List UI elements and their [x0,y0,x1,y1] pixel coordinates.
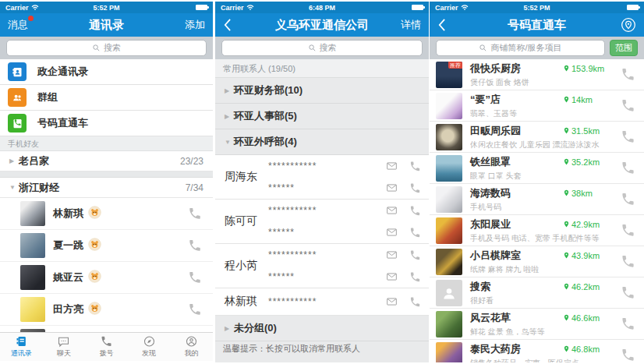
phone-icon[interactable] [409,182,421,194]
contact-row[interactable]: 田方亮 [0,294,213,326]
phone-icon[interactable] [409,227,421,239]
mail-icon[interactable] [385,227,398,238]
shop-row[interactable]: 铁丝眼罩 35.2km 眼罩 口罩 头套 [430,153,644,184]
mail-icon[interactable] [385,182,398,193]
sidebar-item-number-express[interactable]: 号码直通车 [0,111,213,136]
tab-contacts[interactable]: 通讯录 [0,333,43,361]
avatar [20,297,45,322]
sidebar-item-groups[interactable]: 群组 [0,85,213,111]
search-icon [308,44,317,52]
phone-icon[interactable] [621,67,635,82]
divider [0,171,213,178]
contact-row[interactable]: 姚亚云 [0,262,213,294]
shop-thumbnail [436,186,462,213]
shop-thumbnail [436,342,462,363]
group-row-hr[interactable]: ▶ 环亚人事部(5) [215,104,429,129]
phone-icon[interactable] [621,98,635,113]
company-contact[interactable]: 陈可可 *********** ****** [215,200,429,244]
contact-row[interactable]: 夏一跳 [0,230,213,262]
phone-icon[interactable] [621,348,635,362]
compass-icon [143,335,156,348]
phone-icon[interactable] [188,302,202,316]
pin-icon [563,126,570,135]
group-row-finance[interactable]: ▶ 环亚财务部(10) [215,78,429,104]
tab-me[interactable]: 我的 [170,333,213,361]
mail-icon[interactable] [385,249,398,260]
detail-button[interactable]: 详情 [401,18,421,32]
shop-row[interactable]: 东阳展业 42.9km 手机及号码 电话、宽带 手机配件等等 [430,215,644,246]
phone-icon[interactable] [621,161,635,175]
search-input[interactable]: 搜索 [221,40,423,56]
masked-number-row: *********** [268,155,421,177]
search-input[interactable]: 商铺简称/服务项目 [436,40,605,56]
back-icon[interactable] [223,18,232,32]
shop-thumbnail [436,155,462,182]
distance: 46.2km [563,282,614,292]
distance: 46.6km [563,313,614,323]
location-icon[interactable] [621,17,636,33]
shop-row[interactable]: 推荐 很快乐厨房 153.9km 煲仔饭 面食 烙饼 [430,59,644,90]
group-row-outbound[interactable]: ▼ 环亚外呼部(4) [215,129,429,155]
tab-dial[interactable]: 拨号 [85,333,128,361]
shop-row[interactable]: 泰民大药房 46.8km 销售各种药品，实惠，医保定点 [430,340,644,362]
group-row-laolvjia[interactable]: ▶ 老吕家 23/23 [0,151,213,171]
add-button[interactable]: 添加 [185,18,205,32]
contact-row[interactable]: 林新琪 [0,198,213,230]
chevron-right-icon: ▶ [225,325,234,332]
masked-number-row: ****** [268,266,421,288]
pin-icon [563,251,570,260]
company-contact[interactable]: 程小芮 *********** ****** [215,244,429,288]
masked-number-row: *********** [268,244,421,266]
section-header-phone-friends: 手机好友 [0,136,213,151]
messages-button[interactable]: 消息 [8,18,28,32]
shop-row[interactable]: 小吕棋牌室 43.9km 纸牌 麻将 牌九 啦啦 [430,246,644,277]
phone-icon[interactable] [188,207,202,221]
phone-icon[interactable] [409,161,421,172]
shop-services: 很好看 [470,295,614,306]
pin-icon [563,345,570,353]
masked-number-row: ****** [268,177,421,199]
page-title: 义乌环亚通信公司 [239,18,405,33]
search-bar: 搜索 [215,37,429,59]
shop-thumbnail: 推荐 [436,62,462,88]
clock: 5:52 PM [0,4,213,12]
shop-row[interactable]: 风云花草 46.6km 鲜花 盆景 鱼，鸟等等 [430,309,644,340]
back-icon[interactable] [437,18,446,32]
phone-icon[interactable] [188,270,202,284]
shop-row[interactable]: 搜索 46.2km 很好看 [430,277,644,309]
shop-thumbnail [436,124,462,150]
phone-icon[interactable] [621,192,635,207]
range-button[interactable]: 范围 [610,40,638,56]
company-contact[interactable]: 周海东 *********** ****** [215,155,429,200]
groups-icon [8,88,27,107]
tab-discover[interactable]: 发现 [128,333,171,361]
person-placeholder-icon [441,285,457,301]
distance: 42.9km [563,220,614,229]
mail-icon[interactable] [385,205,398,216]
company-contact[interactable]: 林新琪 *********** [215,288,429,316]
sidebar-item-org-contacts[interactable]: 政企通讯录 [0,59,213,85]
unread-dot [28,16,34,21]
mail-icon[interactable] [385,271,398,282]
search-input[interactable]: 搜索 [6,40,207,56]
shop-thumbnail [436,217,462,244]
phone-icon[interactable] [621,316,635,331]
phone-icon[interactable] [409,271,421,283]
phone-icon[interactable] [409,205,421,217]
shop-row[interactable]: “要”店 14km 翡翠、玉器等 [430,90,644,122]
mail-icon[interactable] [385,161,398,171]
shop-row[interactable]: 田畈周乐园 31.5km 休闲农庄餐饮 儿童乐园 漂流游泳泼水 [430,122,644,153]
phone-icon[interactable] [621,254,635,269]
masked-number: *********** [268,205,317,216]
phone-icon[interactable] [621,223,635,238]
tab-chat[interactable]: 聊天 [43,333,86,361]
mail-icon[interactable] [385,296,398,307]
phone-icon[interactable] [621,285,635,300]
phone-icon[interactable] [188,239,202,253]
shop-row[interactable]: 海涛数码 38km 手机号码 [430,184,644,215]
group-row-ungrouped[interactable]: ▶ 未分组(0) [215,316,429,341]
group-row-zhejiang-caijing[interactable]: ▼ 浙江财经 7/34 [0,178,213,198]
phone-icon[interactable] [409,296,421,308]
phone-icon[interactable] [409,249,421,261]
phone-icon[interactable] [621,129,635,144]
